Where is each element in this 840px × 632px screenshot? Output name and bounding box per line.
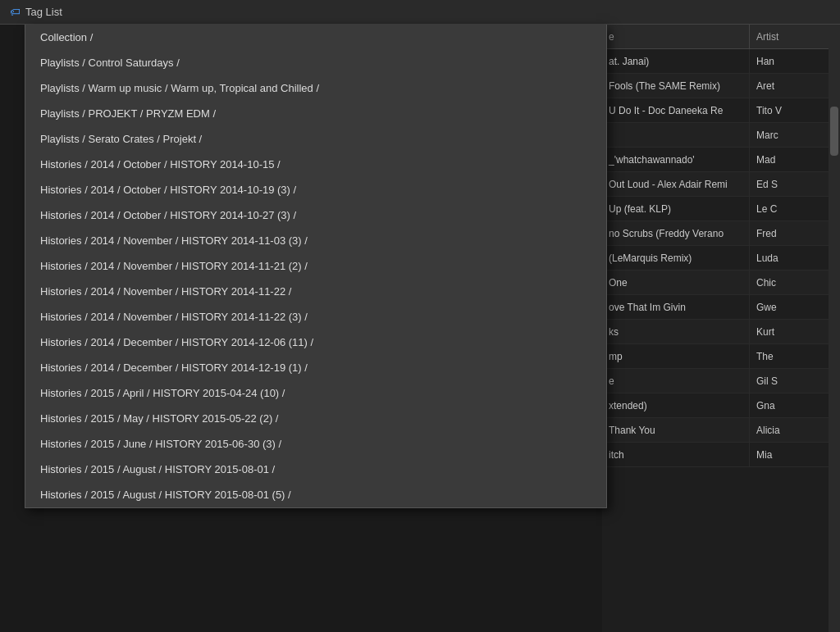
- table-row[interactable]: Marc: [602, 123, 840, 148]
- cell-artist: Luda: [750, 246, 840, 270]
- cell-title: (LeMarquis Remix): [602, 246, 750, 270]
- dropdown-item[interactable]: Histories / 2014 / November / HISTORY 20…: [25, 304, 606, 330]
- top-bar: 🏷 Tag List: [0, 0, 840, 25]
- cell-title: ove That Im Givin: [602, 295, 750, 319]
- table-row[interactable]: no Scrubs (Freddy VeranoFred: [602, 221, 840, 246]
- cell-title: Thank You: [602, 418, 750, 442]
- table-row[interactable]: ksKurt: [602, 320, 840, 344]
- dropdown-item[interactable]: Histories / 2014 / November / HISTORY 20…: [25, 253, 606, 279]
- cell-title: itch: [602, 443, 750, 466]
- table-row[interactable]: mpThe: [602, 344, 840, 369]
- dropdown-item[interactable]: Histories / 2014 / October / HISTORY 201…: [25, 152, 606, 177]
- cell-artist: Gna: [750, 393, 840, 417]
- cell-artist: Han: [750, 49, 840, 73]
- cell-title: mp: [602, 344, 750, 368]
- tag-list-text: Tag List: [25, 6, 62, 18]
- cell-artist: Gil S: [750, 369, 840, 393]
- cell-title: at. Janai): [602, 49, 750, 73]
- cell-artist: Kurt: [750, 320, 840, 343]
- dropdown-item[interactable]: Histories / 2015 / May / HISTORY 2015-05…: [25, 406, 606, 431]
- cell-artist: Le C: [750, 197, 840, 221]
- table-row[interactable]: itchMia: [602, 443, 840, 467]
- dropdown-item[interactable]: Collection /: [25, 25, 606, 50]
- tag-icon: 🏷: [10, 6, 21, 18]
- cell-title: [602, 123, 750, 147]
- table-row[interactable]: at. Janai)Han: [602, 49, 840, 74]
- dropdown-item[interactable]: Histories / 2014 / November / HISTORY 20…: [25, 228, 606, 253]
- dropdown-item[interactable]: Histories / 2014 / December / HISTORY 20…: [25, 355, 606, 380]
- table-row[interactable]: U Do It - Doc Daneeka ReTito V: [602, 98, 840, 123]
- cell-title: Fools (The SAME Remix): [602, 74, 750, 98]
- cell-title: no Scrubs (Freddy Verano: [602, 221, 750, 245]
- dropdown-item[interactable]: Playlists / Control Saturdays /: [25, 50, 606, 75]
- table-row[interactable]: Fools (The SAME Remix)Aret: [602, 74, 840, 98]
- dropdown-item[interactable]: Histories / 2015 / June / HISTORY 2015-0…: [25, 431, 606, 457]
- main-area: Collection /Playlists / Control Saturday…: [0, 25, 840, 632]
- cell-artist: Alicia: [750, 418, 840, 442]
- table-row[interactable]: Thank YouAlicia: [602, 418, 840, 443]
- dropdown-item[interactable]: Playlists / Serato Crates / Projekt /: [25, 126, 606, 152]
- col-header-artist: Artist: [750, 25, 840, 48]
- table-row[interactable]: OneChic: [602, 271, 840, 295]
- cell-title: U Do It - Doc Daneeka Re: [602, 98, 750, 122]
- cell-artist: Aret: [750, 74, 840, 98]
- table-row[interactable]: eGil S: [602, 369, 840, 393]
- table-row[interactable]: xtended)Gna: [602, 393, 840, 418]
- cell-artist: Chic: [750, 271, 840, 294]
- table-row[interactable]: _'whatchawannado'Mad: [602, 148, 840, 172]
- cell-artist: The: [750, 344, 840, 368]
- dropdown-item[interactable]: Histories / 2015 / August / HISTORY 2015…: [25, 457, 606, 482]
- cell-title: xtended): [602, 393, 750, 417]
- dropdown-item[interactable]: Histories / 2014 / December / HISTORY 20…: [25, 330, 606, 355]
- dropdown-item[interactable]: Playlists / PROJEKT / PRYZM EDM /: [25, 101, 606, 126]
- dropdown-item[interactable]: Playlists / Warm up music / Warm up, Tro…: [25, 75, 606, 101]
- table-row[interactable]: Up (feat. KLP)Le C: [602, 197, 840, 221]
- dropdown-overlay[interactable]: Collection /Playlists / Control Saturday…: [25, 25, 607, 508]
- dropdown-item[interactable]: Histories / 2014 / October / HISTORY 201…: [25, 202, 606, 228]
- dropdown-item[interactable]: Histories / 2014 / November / HISTORY 20…: [25, 279, 606, 304]
- table-row[interactable]: ove That Im GivinGwe: [602, 295, 840, 320]
- table-header: e Artist: [602, 25, 840, 49]
- tag-list-label: 🏷 Tag List: [10, 6, 62, 18]
- cell-artist: Gwe: [750, 295, 840, 319]
- cell-artist: Mia: [750, 443, 840, 466]
- table-row[interactable]: Out Loud - Alex Adair RemiEd S: [602, 172, 840, 197]
- cell-artist: Ed S: [750, 172, 840, 196]
- cell-title: e: [602, 369, 750, 393]
- cell-title: Out Loud - Alex Adair Remi: [602, 172, 750, 196]
- cell-title: Up (feat. KLP): [602, 197, 750, 221]
- table-rows: at. Janai)HanFools (The SAME Remix)AretU…: [602, 49, 840, 467]
- cell-artist: Fred: [750, 221, 840, 245]
- dropdown-item[interactable]: Histories / 2015 / April / HISTORY 2015-…: [25, 380, 606, 406]
- table-area: e Artist at. Janai)HanFools (The SAME Re…: [602, 25, 840, 632]
- scrollbar[interactable]: [829, 25, 840, 632]
- cell-title: ks: [602, 320, 750, 343]
- dropdown-item[interactable]: Histories / 2014 / October / HISTORY 201…: [25, 177, 606, 202]
- cell-title: _'whatchawannado': [602, 148, 750, 171]
- col-header-title: e: [602, 25, 750, 48]
- cell-artist: Mad: [750, 148, 840, 171]
- dropdown-item[interactable]: Histories / 2015 / August / HISTORY 2015…: [25, 482, 606, 507]
- cell-artist: Tito V: [750, 98, 840, 122]
- table-row[interactable]: (LeMarquis Remix)Luda: [602, 246, 840, 271]
- cell-artist: Marc: [750, 123, 840, 147]
- cell-title: One: [602, 271, 750, 294]
- scrollbar-thumb[interactable]: [830, 107, 838, 156]
